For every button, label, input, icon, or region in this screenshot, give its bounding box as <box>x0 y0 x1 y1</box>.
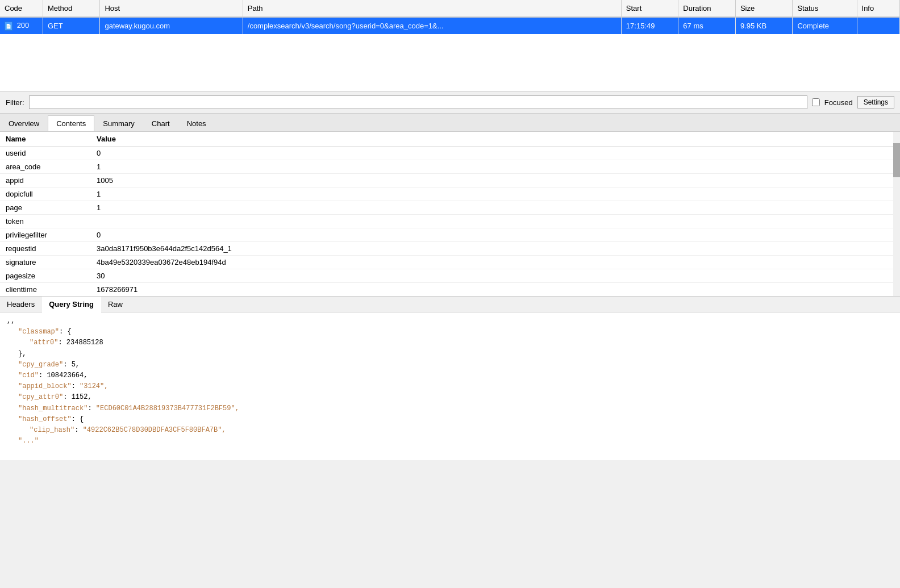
tab-chart[interactable]: Chart <box>143 115 178 131</box>
param-value: 0 <box>91 147 900 160</box>
json-line: "clip_hash": "4922C62B5C78D30DBDFA3CF5F8… <box>7 425 893 436</box>
json-line: "..." <box>7 436 893 447</box>
param-name: privilegefilter <box>0 228 91 242</box>
param-value: 1 <box>91 160 900 174</box>
param-name: token <box>0 215 91 228</box>
params-panel: Name Value userid0area_code1appid1005dop… <box>0 132 900 297</box>
param-value: 1 <box>91 201 900 215</box>
network-panel: Code Method Host Path Start Duration Siz… <box>0 0 900 91</box>
table-row: appid1005 <box>0 174 900 187</box>
param-name: requestid <box>0 242 91 256</box>
param-value <box>91 215 900 228</box>
tab-notes[interactable]: Notes <box>178 115 215 131</box>
cell-info <box>857 17 899 34</box>
param-name: userid <box>0 147 91 160</box>
sub-tab-headers[interactable]: Headers <box>0 297 42 312</box>
sub-tab-query-string[interactable]: Query String <box>42 297 101 312</box>
focused-label: Focused <box>824 98 853 107</box>
param-value: 30 <box>91 269 900 283</box>
params-table: Name Value userid0area_code1appid1005dop… <box>0 132 900 297</box>
filter-input[interactable] <box>29 95 807 109</box>
param-name: page <box>0 201 91 215</box>
param-value: 1 <box>91 187 900 201</box>
param-name: appid <box>0 174 91 187</box>
json-line: "hash_offset": { <box>7 414 893 425</box>
col-header-start[interactable]: Start <box>621 0 678 17</box>
file-icon: 📄 <box>5 22 13 31</box>
param-name: signature <box>0 256 91 269</box>
cell-status: Complete <box>793 17 857 34</box>
table-row: clienttime1678266971 <box>0 283 900 297</box>
cell-code: 📄 200 <box>0 17 43 34</box>
json-line: "cid": 108423664, <box>7 370 893 381</box>
json-line: ,, <box>7 316 893 327</box>
table-row: signature4ba49e5320339ea03672e48eb194f94… <box>0 256 900 269</box>
param-name: dopicfull <box>0 187 91 201</box>
cell-path: /complexsearch/v3/search/song?userid=0&a… <box>243 17 621 34</box>
json-panel: ,, "classmap": {"attr0": 234885128},"cpy… <box>0 312 900 460</box>
col-header-info[interactable]: Info <box>857 0 899 17</box>
network-table: Code Method Host Path Start Duration Siz… <box>0 0 900 34</box>
cell-duration: 67 ms <box>678 17 736 34</box>
table-row: area_code1 <box>0 160 900 174</box>
json-line: "attr0": 234885128 <box>7 337 893 348</box>
json-line: "classmap": { <box>7 327 893 337</box>
table-row: userid0 <box>0 147 900 160</box>
tab-overview[interactable]: Overview <box>0 115 48 131</box>
param-value: 1678266971 <box>91 283 900 297</box>
params-col-value: Value <box>91 132 900 147</box>
col-header-code[interactable]: Code <box>0 0 43 17</box>
col-header-path[interactable]: Path <box>243 0 621 17</box>
table-row: dopicfull1 <box>0 187 900 201</box>
params-col-name: Name <box>0 132 91 147</box>
table-row: pagesize30 <box>0 269 900 283</box>
table-row: privilegefilter0 <box>0 228 900 242</box>
col-header-method[interactable]: Method <box>43 0 100 17</box>
table-row[interactable]: 📄 200 GET gateway.kugou.com /complexsear… <box>0 17 900 34</box>
param-value: 3a0da8171f950b3e644da2f5c142d564_1 <box>91 242 900 256</box>
sub-tab-raw[interactable]: Raw <box>101 297 130 312</box>
param-name: clienttime <box>0 283 91 297</box>
scrollbar-track[interactable] <box>893 132 900 296</box>
cell-method: GET <box>43 17 100 34</box>
param-name: area_code <box>0 160 91 174</box>
focused-checkbox[interactable] <box>812 98 820 106</box>
settings-button[interactable]: Settings <box>857 96 894 109</box>
param-value: 0 <box>91 228 900 242</box>
tab-contents[interactable]: Contents <box>48 115 94 131</box>
table-row: token <box>0 215 900 228</box>
tab-summary[interactable]: Summary <box>94 115 143 131</box>
filter-bar: Filter: Focused Settings <box>0 91 900 114</box>
col-header-size[interactable]: Size <box>735 0 793 17</box>
table-row: requestid3a0da8171f950b3e644da2f5c142d56… <box>0 242 900 256</box>
cell-host: gateway.kugou.com <box>100 17 243 34</box>
col-header-host[interactable]: Host <box>100 0 243 17</box>
json-line: "cpy_attr0": 1152, <box>7 392 893 403</box>
col-header-duration[interactable]: Duration <box>678 0 736 17</box>
param-value: 1005 <box>91 174 900 187</box>
main-tabs: Overview Contents Summary Chart Notes <box>0 114 900 132</box>
json-line: "appid_block": "3124", <box>7 381 893 392</box>
cell-start: 17:15:49 <box>621 17 678 34</box>
col-header-status[interactable]: Status <box>793 0 857 17</box>
filter-label: Filter: <box>6 98 24 107</box>
sub-tabs: Headers Query String Raw <box>0 297 900 312</box>
param-name: pagesize <box>0 269 91 283</box>
json-line: "cpy_grade": 5, <box>7 360 893 370</box>
scrollbar-thumb[interactable] <box>893 143 900 177</box>
json-line: "hash_multitrack": "ECD60C01A4B28819373B… <box>7 403 893 414</box>
cell-size: 9.95 KB <box>735 17 793 34</box>
json-line: }, <box>7 349 893 360</box>
param-value: 4ba49e5320339ea03672e48eb194f94d <box>91 256 900 269</box>
table-row: page1 <box>0 201 900 215</box>
